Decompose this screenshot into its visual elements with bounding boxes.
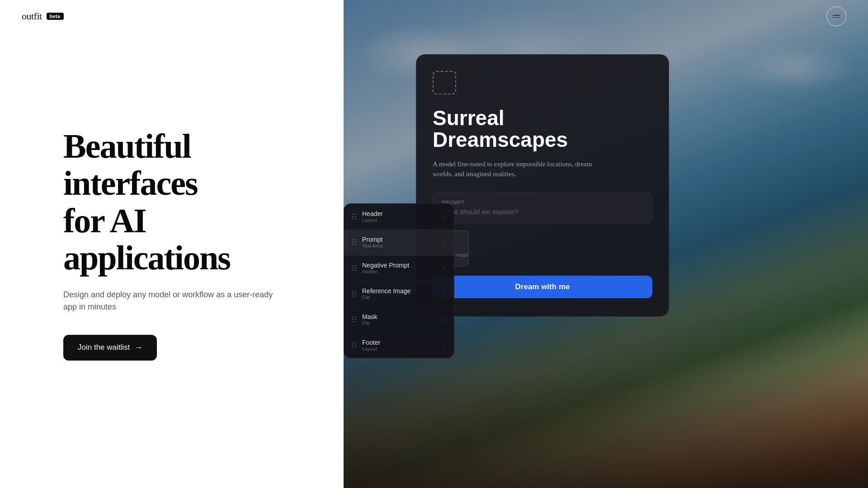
- join-waitlist-button[interactable]: Join the waitlist →: [63, 335, 157, 361]
- logo-area: outfit beta: [22, 10, 64, 22]
- chevron-right-icon: ›: [444, 342, 446, 349]
- beta-badge: beta: [47, 13, 64, 20]
- menu-line-2: [833, 17, 840, 18]
- sidebar-item-mask-name: Mask: [362, 313, 377, 320]
- drag-handle-mask: [352, 317, 357, 323]
- sidebar-item-footer[interactable]: Footer Layout ›: [344, 333, 454, 358]
- sidebar-item-negative-prompt-sub: Hidden: [362, 269, 409, 274]
- sidebar-item-prompt-sub: Text Area: [362, 243, 383, 249]
- logo-text: outfit: [22, 10, 42, 22]
- app-panel-desc: A model fine-tuned to explore impossible…: [433, 159, 604, 179]
- sidebar-item-header-name: Header: [362, 210, 383, 217]
- drag-handle-footer: [352, 343, 357, 348]
- chevron-right-icon: ›: [444, 316, 446, 323]
- sidebar-item-footer-sub: Layout: [362, 346, 380, 352]
- sidebar-item-prompt[interactable]: Prompt Text Area ›: [344, 230, 454, 255]
- drag-handle-prompt: [352, 239, 357, 245]
- reference-image-section: + Reference Image: [433, 230, 652, 267]
- menu-line-1: [833, 15, 840, 16]
- chevron-right-icon: ›: [444, 213, 446, 220]
- sidebar-item-header[interactable]: Header Layout ›: [344, 204, 454, 230]
- sidebar-item-negative-prompt[interactable]: Negative Prompt Hidden ›: [344, 255, 454, 281]
- menu-button[interactable]: [826, 6, 846, 26]
- hero-left: Beautiful interfaces for AI applications…: [0, 0, 344, 488]
- sidebar-item-negative-prompt-name: Negative Prompt: [362, 262, 409, 269]
- prompt-placeholder: What should we explore?: [442, 208, 643, 216]
- chevron-right-icon: ›: [444, 264, 446, 272]
- cta-arrow-icon: →: [134, 343, 142, 352]
- sidebar-item-footer-name: Footer: [362, 339, 380, 346]
- prompt-label: Prompt: [442, 200, 643, 205]
- sidebar-item-prompt-name: Prompt: [362, 236, 383, 243]
- prompt-input-section[interactable]: Prompt What should we explore?: [433, 192, 652, 223]
- dream-with-me-button[interactable]: Dream with me: [433, 276, 652, 298]
- drag-handle-reference-image: [352, 291, 357, 297]
- sidebar-item-reference-image-name: Reference Image: [362, 287, 410, 295]
- app-panel-title: Surreal Dreamscapes: [433, 107, 652, 151]
- cta-label: Join the waitlist: [78, 343, 130, 352]
- drag-handle-header: [352, 214, 357, 220]
- logo-placeholder: [433, 71, 456, 94]
- drag-handle-negative-prompt: [352, 265, 357, 271]
- sidebar-item-mask-sub: File: [362, 320, 377, 326]
- sidebar-panel: Header Layout › Prompt Text Area ›: [344, 203, 454, 358]
- chevron-right-icon: ›: [444, 290, 446, 297]
- hero-subtitle: Design and deploy any model or workflow …: [63, 289, 280, 313]
- sidebar-item-reference-image-sub: File: [362, 295, 410, 300]
- chevron-right-icon: ›: [444, 239, 446, 246]
- sidebar-item-header-sub: Layout: [362, 217, 383, 223]
- hero-right: Surreal Dreamscapes A model fine-tuned t…: [344, 0, 868, 488]
- hero-title: Beautiful interfaces for AI applications: [63, 127, 316, 276]
- navbar: outfit beta: [0, 0, 868, 33]
- sidebar-item-reference-image[interactable]: Reference Image File ›: [344, 281, 454, 307]
- sidebar-item-mask[interactable]: Mask File ›: [344, 307, 454, 333]
